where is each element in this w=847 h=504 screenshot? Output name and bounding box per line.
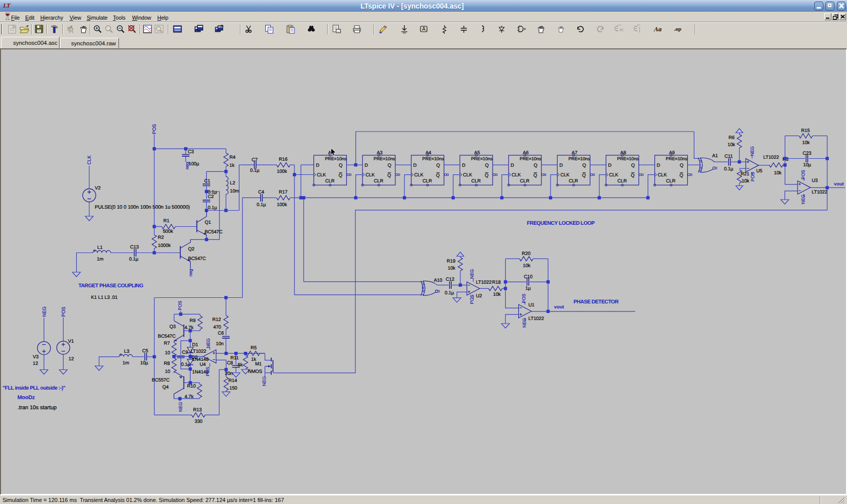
svg-text:C7: C7 <box>252 157 258 163</box>
svg-text:CLK: CLK <box>463 172 472 178</box>
svg-text:0.1µ: 0.1µ <box>445 290 454 296</box>
svg-text:R14: R14 <box>228 378 237 384</box>
svg-text:NEG: NEG <box>206 338 211 348</box>
svg-text:R13: R13 <box>193 407 202 413</box>
svg-text:Q: Q <box>582 173 586 178</box>
svg-text:C1: C1 <box>204 178 210 184</box>
svg-text:R21: R21 <box>741 171 749 177</box>
svg-text:10k: 10k <box>802 140 810 146</box>
svg-text:.tran 10s startup: .tran 10s startup <box>18 405 57 411</box>
svg-text:BC547C: BC547C <box>188 256 206 262</box>
svg-text:12: 12 <box>69 356 74 362</box>
svg-text:PRE=10ns: PRE=10ns <box>520 156 541 161</box>
svg-text:MooDz: MooDz <box>18 395 35 401</box>
svg-text:10n: 10n <box>216 341 224 347</box>
svg-text:Q: Q <box>485 163 489 168</box>
svg-text:NEG: NEG <box>42 306 47 317</box>
svg-text:PHASE DETECTOR: PHASE DETECTOR <box>574 299 619 305</box>
svg-text:LT1022: LT1022 <box>191 349 206 354</box>
svg-text:D: D <box>511 163 514 168</box>
svg-text:Q: Q <box>631 163 635 168</box>
svg-text:V3: V3 <box>33 354 38 360</box>
svg-text:100k: 100k <box>277 169 287 174</box>
svg-text:LT1022: LT1022 <box>812 190 827 195</box>
svg-text:POS: POS <box>521 294 526 303</box>
svg-text:R4: R4 <box>229 155 235 160</box>
svg-text:0.1µ: 0.1µ <box>129 257 139 262</box>
svg-text:CLK: CLK <box>366 172 375 178</box>
svg-text:PRE=10ns: PRE=10ns <box>325 156 346 161</box>
svg-text:PRE=10ns: PRE=10ns <box>666 156 688 161</box>
svg-text:C13: C13 <box>130 244 139 250</box>
svg-text:R7: R7 <box>164 341 170 346</box>
svg-text:R19: R19 <box>447 259 455 264</box>
svg-text:5k: 5k <box>238 362 243 368</box>
svg-text:NEG: NEG <box>750 146 755 156</box>
svg-text:10µ: 10µ <box>803 162 811 168</box>
svg-text:0.1µ: 0.1µ <box>257 202 266 208</box>
svg-text:C2: C2 <box>208 194 214 200</box>
svg-text:470: 470 <box>213 325 221 330</box>
svg-text:BC547C: BC547C <box>205 229 223 235</box>
svg-text:R12: R12 <box>212 317 221 323</box>
svg-text:D: D <box>657 163 660 168</box>
svg-text:20n: 20n <box>225 371 233 376</box>
svg-text:500k: 500k <box>163 229 173 234</box>
svg-text:R5: R5 <box>251 345 257 351</box>
svg-text:Q: Q <box>387 173 391 178</box>
svg-text:BC557C: BC557C <box>152 377 170 383</box>
svg-text:POS: POS <box>469 295 474 304</box>
svg-text:10k: 10k <box>728 142 735 148</box>
svg-text:R8: R8 <box>164 361 170 366</box>
svg-text:10k: 10k <box>774 170 781 176</box>
svg-text:1µ: 1µ <box>525 286 531 291</box>
svg-text:12: 12 <box>33 361 38 366</box>
svg-text:L1: L1 <box>97 245 102 250</box>
svg-text:10µ: 10µ <box>140 360 148 366</box>
svg-text:U4: U4 <box>200 362 206 367</box>
svg-text:LT1022: LT1022 <box>528 316 544 322</box>
svg-text:PRE=10ns: PRE=10ns <box>422 156 444 161</box>
svg-text:Q: Q <box>680 163 683 168</box>
svg-text:Q3: Q3 <box>169 324 175 330</box>
svg-text:0.1µ: 0.1µ <box>250 168 260 173</box>
svg-text:vout: vout <box>554 304 565 310</box>
svg-text:POS: POS <box>152 124 157 134</box>
svg-text:D: D <box>316 163 319 168</box>
svg-text:D: D <box>462 163 465 168</box>
svg-text:D: D <box>413 163 417 168</box>
svg-text:Q: Q <box>485 173 488 178</box>
svg-text:CLR: CLR <box>422 178 432 184</box>
svg-text:Q: Q <box>436 163 440 168</box>
svg-text:FREQUENCY LOCKED LOOP: FREQUENCY LOCKED LOOP <box>527 220 595 226</box>
svg-text:NEG: NEG <box>262 376 267 386</box>
svg-text:1m: 1m <box>97 257 103 262</box>
svg-text:neg: neg <box>185 162 190 169</box>
svg-text:POS: POS <box>205 367 210 376</box>
svg-text:C4: C4 <box>258 190 264 195</box>
svg-text:D: D <box>365 163 368 168</box>
svg-text:POS: POS <box>750 172 755 181</box>
svg-text:C10: C10 <box>524 274 532 280</box>
svg-text:C3: C3 <box>188 149 194 155</box>
svg-text:C11: C11 <box>724 154 733 159</box>
svg-text:C12: C12 <box>446 277 454 282</box>
svg-text:100µ: 100µ <box>189 161 200 167</box>
svg-text:CLR: CLR <box>666 178 676 184</box>
svg-text:Q: Q <box>388 163 391 168</box>
svg-text:330: 330 <box>195 419 203 424</box>
svg-text:R16: R16 <box>279 157 287 162</box>
svg-text:M1: M1 <box>255 361 262 367</box>
svg-text:1000k: 1000k <box>158 243 171 248</box>
svg-text:10k: 10k <box>448 266 455 271</box>
svg-text:150: 150 <box>229 386 237 391</box>
svg-text:PRE=10ns: PRE=10ns <box>568 156 590 161</box>
svg-text:CLR: CLR <box>569 178 578 184</box>
svg-text:1m: 1m <box>123 360 129 366</box>
svg-text:R10: R10 <box>187 384 196 389</box>
svg-text:Q: Q <box>631 173 634 178</box>
svg-text:PRE=10ns: PRE=10ns <box>471 156 493 161</box>
svg-text:U3: U3 <box>812 178 818 183</box>
svg-text:Q: Q <box>680 173 683 178</box>
svg-text:V2: V2 <box>95 185 100 191</box>
